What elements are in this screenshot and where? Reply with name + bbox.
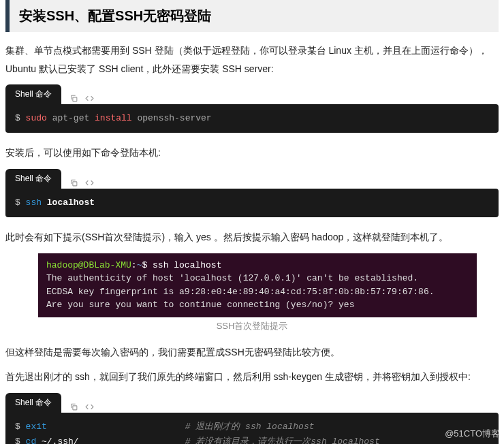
cmd-arg: ~/.ssh/ bbox=[36, 437, 78, 444]
terminal-screenshot: hadoop@DBLab-XMU:~$ ssh localhost The au… bbox=[38, 253, 477, 317]
cmd-host: localhost bbox=[42, 197, 95, 208]
terminal-line: Are you sure you want to continue connec… bbox=[46, 300, 354, 310]
terminal-line: ECDSA key fingerprint is a9:28:e0:4e:89:… bbox=[46, 287, 435, 297]
image-caption: SSH首次登陆提示 bbox=[5, 320, 499, 332]
svg-rect-1 bbox=[73, 182, 77, 186]
code-line: $ cd ~/.ssh/ # 若没有该目录，请先执行一次ssh localhos… bbox=[15, 434, 489, 444]
copy-icon[interactable] bbox=[69, 94, 78, 103]
section-header: 安装SSH、配置SSH无密码登陆 bbox=[5, 0, 499, 32]
code-icon[interactable] bbox=[85, 94, 94, 103]
tab-icons bbox=[63, 176, 101, 189]
code-content: $ ssh localhost bbox=[5, 189, 499, 217]
tab-icons bbox=[63, 91, 101, 104]
code-tabs: Shell 命令 bbox=[5, 169, 499, 189]
terminal-cmd: $ ssh localhost bbox=[142, 260, 221, 270]
paragraph-4: 但这样登陆是需要每次输入密码的，我们需要配置成SSH无密码登陆比较方便。 bbox=[5, 343, 499, 362]
prompt: $ bbox=[15, 197, 26, 208]
code-block-1: Shell 命令 $ sudo apt-get install openssh-… bbox=[5, 84, 499, 133]
prompt: $ bbox=[15, 422, 26, 432]
paragraph-2: 安装后，可以使用如下命令登陆本机: bbox=[5, 144, 499, 162]
code-icon[interactable] bbox=[85, 178, 94, 187]
tab-icons bbox=[63, 400, 101, 413]
comment: # 退出刚才的 ssh localhost bbox=[185, 419, 315, 434]
paragraph-3: 此时会有如下提示(SSH首次登陆提示)，输入 yes 。然后按提示输入密码 ha… bbox=[5, 228, 499, 247]
copy-icon[interactable] bbox=[69, 402, 78, 411]
cmd-exit: exit bbox=[26, 422, 47, 432]
svg-rect-0 bbox=[73, 97, 77, 101]
pad bbox=[47, 422, 185, 432]
watermark: @51CTO博客 bbox=[445, 428, 500, 440]
code-icon[interactable] bbox=[85, 402, 94, 411]
svg-rect-2 bbox=[73, 406, 77, 410]
shell-tab[interactable]: Shell 命令 bbox=[5, 393, 61, 413]
code-block-3: Shell 命令 $ exit # 退出刚才的 ssh localhost $ … bbox=[5, 393, 499, 444]
cmd-install: install bbox=[95, 113, 132, 123]
code-block-2: Shell 命令 $ ssh localhost bbox=[5, 169, 499, 217]
shell-tab[interactable]: Shell 命令 bbox=[5, 84, 61, 104]
copy-icon[interactable] bbox=[69, 178, 78, 187]
terminal-user: hadoop@DBLab-XMU bbox=[46, 260, 131, 270]
prompt: $ bbox=[15, 437, 26, 444]
cmd-ssh: ssh bbox=[26, 197, 42, 208]
cmd-sudo: sudo bbox=[26, 113, 47, 123]
section-title: 安装SSH、配置SSH无密码登陆 bbox=[19, 7, 489, 25]
code-tabs: Shell 命令 bbox=[5, 393, 499, 413]
terminal-line: The authenticity of host 'localhost (127… bbox=[46, 273, 418, 283]
terminal-colon: : bbox=[131, 260, 137, 270]
code-content: $ sudo apt-get install openssh-server bbox=[5, 104, 499, 133]
paragraph-intro: 集群、单节点模式都需要用到 SSH 登陆（类似于远程登陆，你可以登录某台 Lin… bbox=[5, 42, 499, 78]
code-content: $ exit # 退出刚才的 ssh localhost $ cd ~/.ssh… bbox=[5, 413, 499, 444]
paragraph-5: 首先退出刚才的 ssh，就回到了我们原先的终端窗口，然后利用 ssh-keyge… bbox=[5, 368, 499, 386]
pad bbox=[79, 437, 185, 444]
prompt: $ bbox=[15, 113, 26, 123]
cmd-pkg: openssh-server bbox=[132, 113, 212, 123]
comment: # 若没有该目录，请先执行一次ssh localhost bbox=[185, 434, 380, 444]
cmd-aptget: apt-get bbox=[47, 113, 95, 123]
cmd-cd: cd bbox=[26, 437, 37, 444]
shell-tab[interactable]: Shell 命令 bbox=[5, 169, 61, 189]
code-tabs: Shell 命令 bbox=[5, 84, 499, 104]
code-line: $ exit # 退出刚才的 ssh localhost bbox=[15, 419, 489, 434]
